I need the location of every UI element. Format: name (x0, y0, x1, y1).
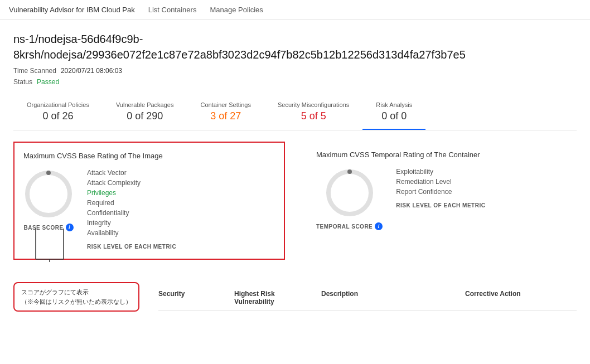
tab-vuln-packages[interactable]: Vulnerable Packages 0 of 290 (103, 97, 187, 130)
temporal-score-label: TEMPORAL SCORE i (316, 222, 383, 230)
nav-manage-policies[interactable]: Manage Policies (210, 6, 263, 14)
status-value: Passed (37, 78, 59, 86)
tab-security-misconfig-label: Security Misconfigurations (278, 101, 349, 108)
metric-required: Required (87, 199, 176, 207)
table-header-row: Security Highest Risk Vulnerability Desc… (158, 278, 577, 310)
time-scanned-label: Time Scanned (13, 67, 56, 75)
temporal-gauge-wrap: TEMPORAL SCORE i (316, 168, 383, 230)
base-metrics: Attack Vector Attack Complexity Privileg… (87, 169, 176, 237)
temporal-gauge-circle (325, 168, 375, 218)
tab-risk-analysis[interactable]: Risk Analysis 0 of 0 (362, 97, 425, 130)
base-cvss-title: Maximum CVSS Base Rating of The Image (23, 152, 275, 160)
tab-risk-analysis-label: Risk Analysis (376, 101, 412, 108)
metric-exploitability: Exploitability (396, 168, 485, 176)
temporal-cvss-content: TEMPORAL SCORE i Exploitability Remediat… (316, 168, 568, 230)
annotation-arrows (19, 229, 130, 262)
tab-security-misconfig[interactable]: Security Misconfigurations 5 of 5 (264, 97, 362, 130)
app-title: Vulnerability Advisor for IBM Cloud Pak (9, 6, 135, 14)
table-col-security: Security (158, 290, 225, 298)
tab-vuln-packages-label: Vulnerable Packages (116, 101, 174, 108)
metric-integrity: Integrity (87, 219, 176, 227)
metric-confidentiality: Confidentiality (87, 209, 176, 217)
page-heading: ns-1/nodejsa-56d64f9c9b- 8krsh/nodejsa/2… (13, 31, 577, 62)
metric-attack-vector: Attack Vector (87, 169, 176, 177)
top-nav: Vulnerability Advisor for IBM Cloud Pak … (0, 0, 590, 20)
main-content: ns-1/nodejsa-56d64f9c9b- 8krsh/nodejsa/2… (0, 20, 590, 323)
tab-org-policies[interactable]: Organizational Policies 0 of 26 (13, 97, 103, 130)
svg-point-2 (328, 172, 371, 214)
status-row: Status Passed (13, 78, 577, 86)
tab-org-policies-label: Organizational Policies (27, 101, 89, 108)
temporal-score-info-icon[interactable]: i (375, 222, 383, 230)
table-col-desc: Description (321, 290, 456, 298)
metric-report-confidence: Report Confidence (396, 188, 485, 196)
temporal-metrics-list: Exploitability Remediation Level Report … (396, 168, 485, 208)
tabs-container: Organizational Policies 0 of 26 Vulnerab… (13, 97, 577, 130)
svg-point-0 (27, 173, 70, 215)
metric-privileges: Privileges (87, 189, 176, 197)
tab-container-settings-label: Container Settings (200, 101, 251, 108)
nav-list-containers[interactable]: List Containers (148, 6, 197, 14)
bottom-section: スコアがグラフにて表示 （※今回はリスクが無いため表示なし） Security … (13, 273, 577, 312)
meta-row: Time Scanned 2020/07/21 08:06:03 (13, 67, 577, 75)
tab-container-settings-value: 3 of 27 (210, 110, 241, 122)
tab-security-misconfig-value: 5 of 5 (301, 110, 326, 122)
annotation-section: スコアがグラフにて表示 （※今回はリスクが無いため表示なし） (13, 273, 136, 312)
base-gauge-circle (23, 169, 74, 219)
tab-container-settings[interactable]: Container Settings 3 of 27 (187, 97, 264, 130)
status-label: Status (13, 78, 32, 86)
metric-remediation-level: Remediation Level (396, 178, 485, 186)
table-col-action: Corrective Action (465, 290, 577, 298)
metric-attack-complexity: Attack Complexity (87, 179, 176, 187)
annotation-line2: （※今回はリスクが無いため表示なし） (21, 297, 132, 307)
base-gauge-wrap: BASE SCORE i (23, 169, 74, 231)
table-col-highest: Highest Risk Vulnerability (234, 282, 312, 305)
time-scanned-value: 2020/07/21 08:06:03 (61, 67, 122, 75)
table-section: Security Highest Risk Vulnerability Desc… (158, 278, 577, 310)
temporal-cvss-title: Maximum CVSS Temporal Rating of The Cont… (316, 151, 568, 159)
temporal-risk-level-label: RISK LEVEL OF EACH METRIC (396, 202, 485, 208)
temporal-cvss-box: Maximum CVSS Temporal Rating of The Cont… (307, 142, 577, 260)
tab-vuln-packages-value: 0 of 290 (127, 110, 163, 122)
tab-risk-analysis-value: 0 of 0 (381, 110, 407, 122)
annotation-line1: スコアがグラフにて表示 (21, 288, 132, 297)
annotation-bubble: スコアがグラフにて表示 （※今回はリスクが無いため表示なし） (13, 282, 139, 312)
tab-org-policies-value: 0 of 26 (42, 110, 73, 122)
temporal-metrics: Exploitability Remediation Level Report … (396, 168, 485, 196)
